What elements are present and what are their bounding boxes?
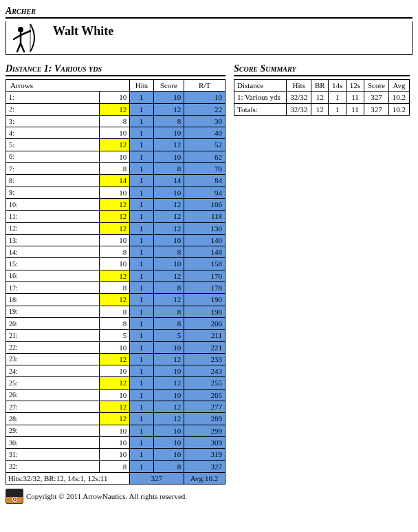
- arrow-value: 10: [99, 127, 129, 139]
- row-hits: 1: [130, 163, 154, 175]
- row-hits: 1: [130, 282, 154, 294]
- row-rt: 52: [184, 139, 226, 151]
- table-row: 10:12112106: [6, 198, 226, 210]
- row-hits: 1: [130, 198, 154, 210]
- table-row: 2:1211222: [6, 103, 226, 115]
- table-row: 8:1411484: [6, 175, 226, 187]
- row-number: 22:: [6, 341, 100, 353]
- table-row: 12:12112130: [6, 222, 226, 234]
- table-row: 5:1211252: [6, 139, 226, 151]
- arrow-value: 14: [99, 175, 129, 187]
- row-rt: 190: [184, 294, 226, 306]
- arrow-value: 12: [99, 103, 129, 115]
- arrow-value: 10: [99, 425, 129, 436]
- table-row: 22:10110221: [6, 341, 226, 353]
- row-score: 10: [153, 187, 184, 198]
- table-row: 1:1011010: [6, 92, 226, 103]
- row-number: 27:: [6, 401, 100, 413]
- row-score: 8: [153, 306, 184, 317]
- arrow-value: 12: [99, 222, 129, 234]
- archer-name: Walt White: [47, 21, 119, 41]
- row-hits: 1: [130, 341, 154, 353]
- row-score: 12: [153, 294, 184, 306]
- table-row: 27:12112277: [6, 401, 226, 413]
- row-hits: 1: [130, 353, 154, 365]
- row-score: 8: [153, 282, 184, 294]
- arrow-value: 10: [99, 234, 129, 246]
- sum-12s: 11: [346, 103, 364, 115]
- arrow-value: 12: [99, 353, 129, 365]
- row-rt: 178: [184, 282, 226, 294]
- arrownautics-logo-icon: [6, 489, 23, 504]
- row-score: 10: [153, 92, 184, 103]
- arrow-value: 8: [99, 282, 129, 294]
- row-hits: 1: [130, 246, 154, 258]
- row-hits: 1: [130, 317, 154, 329]
- row-rt: 118: [184, 211, 226, 222]
- arrow-value: 8: [99, 460, 129, 472]
- row-number: 29:: [6, 425, 100, 436]
- row-number: 31:: [6, 449, 100, 460]
- arrow-value: 12: [99, 294, 129, 306]
- row-score: 8: [153, 163, 184, 175]
- sum-avg: 10.2: [388, 92, 409, 103]
- sum-col-score: Score: [364, 80, 388, 92]
- footer-stats: Hits:32/32, BR:12, 14s:1, 12s:11: [6, 472, 130, 484]
- row-rt: 327: [184, 460, 226, 472]
- archer-section: Archer Walt White: [6, 6, 412, 55]
- row-score: 12: [153, 103, 184, 115]
- sum-col-br: BR: [311, 80, 329, 92]
- sum-score: 327: [364, 92, 388, 103]
- row-rt: 211: [184, 330, 226, 341]
- row-number: 6:: [6, 151, 100, 162]
- sum-distance: Totals:: [234, 103, 287, 115]
- arrow-value: 10: [99, 258, 129, 270]
- row-rt: 84: [184, 175, 226, 187]
- arrow-value: 8: [99, 317, 129, 329]
- table-row: 30:10110309: [6, 436, 226, 448]
- row-score: 8: [153, 115, 184, 127]
- table-row: 17:818178: [6, 282, 226, 294]
- row-rt: 148: [184, 246, 226, 258]
- sum-14s: 1: [329, 92, 346, 103]
- col-arrows: Arrows: [6, 80, 130, 92]
- table-row: 11:12112118: [6, 211, 226, 222]
- row-score: 14: [153, 175, 184, 187]
- col-rt: R/T: [184, 80, 226, 92]
- footer-avg: Avg:10.2: [184, 472, 226, 484]
- table-row: 19:818198: [6, 306, 226, 317]
- row-hits: 1: [130, 139, 154, 151]
- row-rt: 10: [184, 92, 226, 103]
- row-hits: 1: [130, 460, 154, 472]
- row-rt: 40: [184, 127, 226, 139]
- row-number: 32:: [6, 460, 100, 472]
- row-number: 5:: [6, 139, 100, 151]
- row-hits: 1: [130, 211, 154, 222]
- arrow-value: 8: [99, 115, 129, 127]
- row-rt: 170: [184, 270, 226, 281]
- row-number: 30:: [6, 436, 100, 448]
- arrow-value: 12: [99, 139, 129, 151]
- archer-section-title: Archer: [6, 6, 412, 19]
- row-rt: 255: [184, 377, 226, 389]
- summary-title: Score Summary: [234, 63, 410, 76]
- row-hits: 1: [130, 175, 154, 187]
- arrow-value: 12: [99, 211, 129, 222]
- arrow-value: 10: [99, 449, 129, 460]
- table-row: 14:818148: [6, 246, 226, 258]
- row-hits: 1: [130, 365, 154, 377]
- row-number: 25:: [6, 377, 100, 389]
- row-hits: 1: [130, 103, 154, 115]
- row-hits: 1: [130, 127, 154, 139]
- row-number: 8:: [6, 175, 100, 187]
- row-hits: 1: [130, 92, 154, 103]
- table-row: 13:10110140: [6, 234, 226, 246]
- row-rt: 62: [184, 151, 226, 162]
- table-row: 21:515211: [6, 330, 226, 341]
- arrow-value: 10: [99, 341, 129, 353]
- row-number: 9:: [6, 187, 100, 198]
- row-rt: 289: [184, 413, 226, 425]
- row-rt: 94: [184, 187, 226, 198]
- row-number: 15:: [6, 258, 100, 270]
- row-hits: 1: [130, 187, 154, 198]
